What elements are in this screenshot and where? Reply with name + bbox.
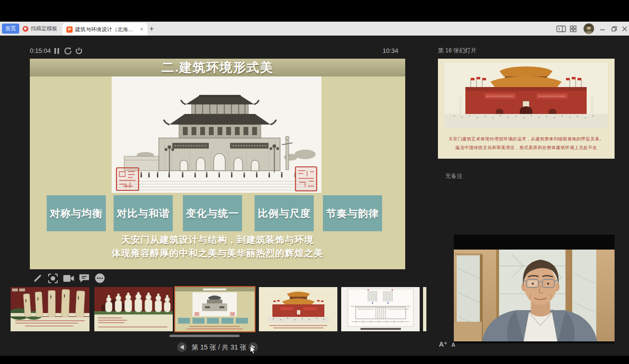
- next-slide-caption-line2: 蕴含中国传统文化和审美理念，形式美原则在整体建筑环境上无处不在: [438, 145, 615, 151]
- next-slide-photo: [438, 59, 615, 131]
- slide-title: 二.建筑环境形式美: [30, 59, 405, 76]
- close-button[interactable]: [622, 22, 628, 36]
- screen: 首页 找稿定模板 P 建筑与环境设计（北海）(2).pptx × +: [0, 0, 629, 364]
- tab-template[interactable]: 找稿定模板: [23, 24, 63, 34]
- laser-pointer-button[interactable]: [48, 273, 58, 284]
- slide-keyword-variation: 变化与统一: [183, 195, 242, 231]
- slide-keyword-symmetry: 对称与均衡: [47, 195, 106, 231]
- next-slide-caption-line1: 天安门建筑艺术体现对理想环境的追求，从建筑整体到细部装饰的呼应关系。: [438, 136, 615, 142]
- webcam-video: [454, 235, 615, 343]
- tiananmen-engraving-image: [112, 76, 321, 193]
- more-tools-button[interactable]: [95, 273, 105, 283]
- font-increase-button[interactable]: A⁺: [439, 340, 448, 348]
- thumbnail-slide-18-partial[interactable]: [423, 287, 426, 331]
- tab-document[interactable]: P 建筑与环境设计（北海）(2).pptx ×: [63, 23, 147, 36]
- restore-button[interactable]: [611, 22, 617, 36]
- pen-tool-button[interactable]: [33, 274, 42, 283]
- comment-button[interactable]: [79, 274, 90, 283]
- presenter-person: [454, 250, 615, 341]
- wps-presentation-icon: P: [66, 26, 73, 33]
- filmstrip-scrollbar[interactable]: [169, 335, 240, 337]
- notes-empty-label: 无备注: [445, 172, 462, 180]
- pause-timer-button[interactable]: [54, 48, 60, 54]
- tab-home-label: 首页: [5, 25, 16, 32]
- font-decrease-button[interactable]: A: [451, 342, 455, 348]
- grid-view-icon[interactable]: [570, 22, 577, 36]
- thumbnail-slide-16[interactable]: [259, 287, 337, 331]
- tab-home[interactable]: 首页: [2, 24, 19, 34]
- side-panel-icon[interactable]: [556, 22, 566, 36]
- timer-label: 0:15:04: [30, 47, 51, 54]
- presenter-view: 0:15:04 10:34 二.建筑环境形式美: [0, 36, 629, 356]
- slide-caption-line2: 体现雍容醇厚的中和之美与美华丽热烈的辉煌之美: [30, 247, 405, 260]
- prev-slide-button[interactable]: [177, 342, 187, 352]
- tab-close-icon[interactable]: ×: [140, 26, 143, 32]
- end-show-power-button[interactable]: [75, 47, 83, 55]
- new-tab-button[interactable]: +: [149, 24, 154, 34]
- gaoding-logo-icon: [23, 26, 28, 32]
- next-slide-header: 第 16 张幻灯片: [438, 47, 476, 55]
- tab-bar: 首页 找稿定模板 P 建筑与环境设计（北海）(2).pptx × +: [0, 22, 629, 36]
- account-avatar[interactable]: [583, 22, 594, 36]
- camera-button[interactable]: [63, 275, 74, 282]
- thumbnail-slide-15-selected[interactable]: [175, 287, 255, 331]
- slide-canvas[interactable]: 二.建筑环境形式美: [30, 59, 405, 269]
- slide-caption-line1: 天安门从建筑设计与结构，到建筑装饰与环境: [30, 234, 405, 246]
- slide-position-label: 第 15 张 / 共 31 张: [192, 343, 246, 352]
- tab-template-label: 找稿定模板: [31, 25, 57, 32]
- slide-keyword-contrast: 对比与和谐: [114, 195, 173, 231]
- thumbnail-slide-17[interactable]: [341, 287, 420, 331]
- reset-timer-button[interactable]: [64, 47, 72, 55]
- slide-keyword-rhythm: 节奏与韵律: [323, 195, 382, 231]
- tab-document-label: 建筑与环境设计（北海）(2).pptx: [75, 26, 138, 33]
- thumbnail-slide-14[interactable]: [94, 287, 173, 331]
- thumbnail-slide-13[interactable]: [11, 287, 90, 331]
- next-slide-preview[interactable]: 天安门建筑艺术体现对理想环境的追求，从建筑整体到细部装饰的呼应关系。 蕴含中国传…: [438, 59, 615, 159]
- mouse-cursor: [250, 345, 256, 354]
- minimize-button[interactable]: [600, 22, 605, 36]
- slide-keyword-proportion: 比例与尺度: [255, 195, 314, 231]
- clock-label: 10:34: [383, 47, 398, 54]
